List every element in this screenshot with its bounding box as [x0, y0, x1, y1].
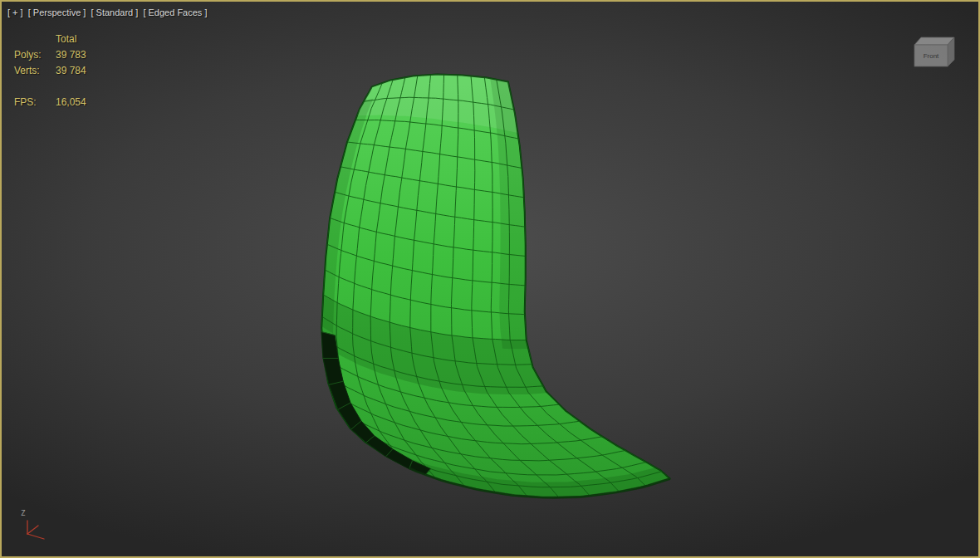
viewport-label-bar: [ + ] [ Perspective ] [ Standard ] [ Edg… — [7, 7, 209, 17]
chair-mesh[interactable] — [321, 74, 669, 497]
viewport-menu-general[interactable]: [ + ] — [7, 7, 23, 17]
verts-label: Verts: — [14, 63, 56, 79]
axis-x-line — [27, 534, 44, 539]
stats-header-row: Total — [14, 32, 86, 47]
viewport-menu-pov[interactable]: [ Perspective ] — [28, 7, 86, 17]
viewport-3d[interactable]: [ + ] [ Perspective ] [ Standard ] [ Edg… — [0, 0, 980, 558]
stats-row-fps: FPS:16,054 — [14, 95, 86, 110]
fps-value: 16,054 — [56, 96, 86, 108]
stats-row-polys: Polys:39 783 — [14, 47, 86, 63]
statistics-overlay: Total Polys:39 783 Verts:39 784 FPS:16,0… — [14, 32, 86, 110]
polys-label: Polys: — [14, 47, 56, 63]
axis-z-label: Z — [21, 509, 26, 517]
viewport-menu-render-preset[interactable]: [ Standard ] — [91, 7, 138, 17]
polys-value: 39 783 — [56, 49, 86, 61]
viewcube[interactable]: Front — [904, 28, 958, 73]
verts-value: 39 784 — [56, 65, 86, 76]
chair-seat-model[interactable] — [2, 2, 978, 556]
stats-total-header: Total — [56, 33, 76, 45]
stats-row-verts: Verts:39 784 — [14, 63, 86, 79]
axis-tripod: Z — [18, 507, 55, 546]
axis-y-line — [27, 526, 38, 534]
fps-label: FPS: — [14, 95, 56, 110]
viewport-menu-shading[interactable]: [ Edged Faces ] — [143, 7, 207, 17]
viewcube-front-label: Front — [924, 52, 939, 60]
